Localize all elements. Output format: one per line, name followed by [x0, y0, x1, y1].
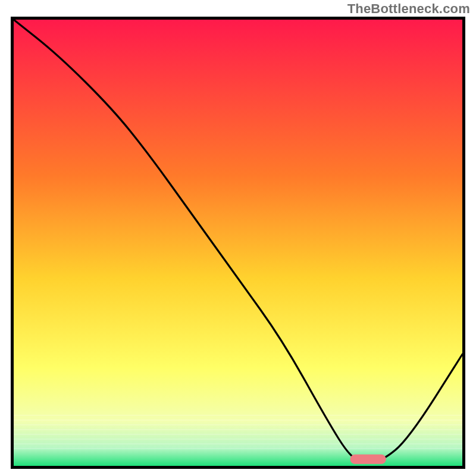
- watermark-text: TheBottleneck.com: [347, 1, 470, 17]
- plot-svg: [11, 17, 465, 469]
- optimum-marker: [350, 455, 386, 464]
- chart-container: TheBottleneck.com: [0, 0, 476, 476]
- gradient-background: [14, 20, 462, 466]
- plot-frame: [11, 17, 465, 469]
